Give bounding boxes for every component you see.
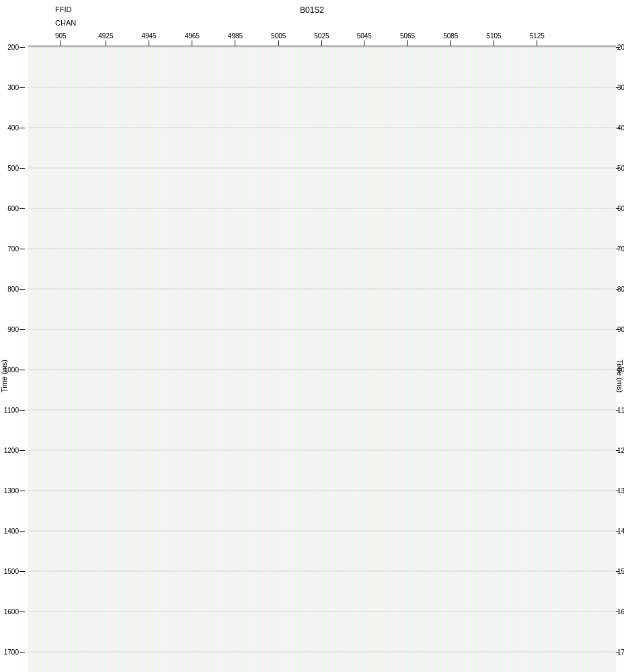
header-area: FFID CHAN B01S2 905492549454965498550055…	[0, 0, 624, 50]
time-tick-mark-left	[20, 410, 25, 411]
time-tick-mark-right	[616, 370, 619, 370]
channel-tick-label: 5105	[486, 32, 501, 40]
channel-tick-label: 4925	[98, 32, 113, 40]
channel-tick-label: 5025	[314, 32, 329, 40]
time-tick-label-left: 1700	[4, 648, 19, 656]
time-tick-mark-right	[616, 450, 619, 451]
channel-tick: 5085	[443, 32, 458, 46]
time-tick-mark-left	[20, 652, 25, 653]
time-tick-mark-left	[20, 249, 25, 249]
time-tick-mark-right	[616, 47, 619, 48]
channel-tick-label: 905	[55, 32, 67, 40]
channel-tick-label: 4965	[185, 32, 200, 40]
channel-tick: 5125	[530, 32, 545, 46]
channel-tick-line	[537, 40, 537, 46]
time-tick-mark-right	[616, 208, 619, 209]
channel-tick-label: 5065	[400, 32, 415, 40]
time-tick-mark-left	[20, 370, 25, 370]
time-axis-left: 2003004005006007008009001000110012001300…	[0, 47, 28, 672]
time-tick-mark-left	[20, 128, 25, 128]
time-tick-label-left: 1500	[4, 568, 19, 575]
chan-label: CHAN	[55, 19, 76, 27]
channel-tick-line	[149, 40, 149, 46]
channel-tick-line	[192, 40, 192, 46]
time-tick-label-left: 300	[7, 84, 19, 91]
time-tick-label-left: 500	[7, 165, 19, 172]
channel-tick-line	[321, 40, 322, 46]
time-tick-mark-right	[616, 168, 619, 169]
time-tick-mark-right	[616, 571, 619, 572]
time-tick-label-left: 400	[7, 124, 19, 132]
time-axis-right: 2003004005006007008009001000110012001300…	[616, 47, 624, 672]
channel-tick-label: 5125	[530, 32, 545, 40]
channel-tick-label: 5085	[443, 32, 458, 40]
time-tick-label-left: 1200	[4, 447, 19, 454]
channel-tick: 5025	[314, 32, 329, 46]
channel-tick-line	[451, 40, 451, 46]
channel-tick-line	[235, 40, 235, 46]
time-tick-mark-right	[616, 410, 619, 411]
channel-tick: 5065	[400, 32, 415, 46]
time-tick-mark-right	[616, 289, 619, 290]
time-tick-mark-left	[20, 47, 25, 48]
time-tick-mark-left	[20, 208, 25, 209]
time-tick-label-left: 1400	[4, 528, 19, 535]
time-tick-mark-left	[20, 87, 25, 88]
channel-tick-line	[364, 40, 364, 46]
time-tick-label-left: 1300	[4, 487, 19, 495]
time-tick-mark-right	[616, 128, 619, 128]
channel-tick-label: 4985	[228, 32, 243, 40]
time-tick-mark-left	[20, 329, 25, 330]
channel-tick-line	[61, 40, 61, 46]
channel-tick-line	[494, 40, 494, 46]
time-tick-label-left: 1600	[4, 608, 19, 616]
time-tick-mark-right	[616, 491, 619, 491]
channel-tick-line	[407, 40, 408, 46]
time-tick-mark-left	[20, 491, 25, 491]
channel-tick: 905	[55, 32, 67, 46]
channel-tick: 4985	[228, 32, 243, 46]
time-tick-label-left: 1100	[4, 407, 19, 414]
channel-tick-label: 5045	[357, 32, 372, 40]
channel-axis: 9054925494549654985500550255045506550855…	[55, 32, 616, 47]
time-tick-label-left: 600	[7, 205, 19, 212]
time-tick-mark-right	[616, 612, 619, 612]
channel-tick: 4925	[98, 32, 113, 46]
channel-tick: 5005	[271, 32, 286, 46]
time-tick-mark-left	[20, 450, 25, 451]
time-tick-label-left: 900	[7, 326, 19, 333]
time-tick-mark-right	[616, 249, 619, 249]
main-container: FFID CHAN B01S2 905492549454965498550055…	[0, 0, 624, 672]
seismic-canvas	[28, 47, 616, 672]
time-tick-mark-right	[616, 652, 619, 653]
time-tick-mark-left	[20, 168, 25, 169]
channel-tick: 5045	[357, 32, 372, 46]
channel-tick-line	[278, 40, 279, 46]
time-tick-label-left: 200	[7, 44, 19, 51]
channel-tick-line	[106, 40, 106, 46]
time-tick-label-left: 800	[7, 286, 19, 293]
time-tick-mark-left	[20, 289, 25, 290]
time-tick-mark-left	[20, 571, 25, 572]
time-tick-mark-left	[20, 531, 25, 532]
channel-tick: 4965	[185, 32, 200, 46]
time-tick-mark-left	[20, 612, 25, 612]
seismic-area	[28, 47, 616, 672]
time-tick-label-left: 700	[7, 245, 19, 253]
horizontal-axis-line	[28, 46, 616, 46]
time-tick-mark-right	[616, 531, 619, 532]
channel-tick: 5105	[486, 32, 501, 46]
channel-tick-label: 5005	[271, 32, 286, 40]
time-tick-mark-right	[616, 329, 619, 330]
channel-tick-label: 4945	[141, 32, 156, 40]
time-tick-mark-right	[616, 87, 619, 88]
time-tick-label-left: 1000	[4, 366, 19, 374]
chart-title: B01S2	[0, 5, 624, 15]
channel-tick: 4945	[141, 32, 156, 46]
